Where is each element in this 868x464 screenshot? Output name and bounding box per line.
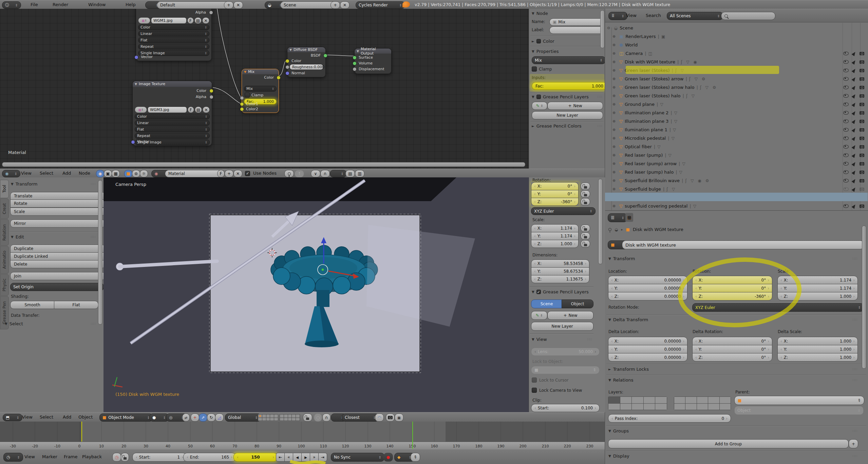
normal-input-socket[interactable] — [285, 71, 289, 75]
alpha-output-socket[interactable] — [209, 95, 213, 99]
fake-user-button[interactable]: F — [217, 170, 225, 177]
lens-field[interactable]: Lens:50.000 — [531, 348, 600, 356]
lock-to-object-field[interactable]: ■✎ — [531, 366, 600, 374]
color2-input-socket[interactable] — [240, 107, 244, 111]
groups-panel-header[interactable]: Groups — [613, 428, 629, 433]
transform-panel-header[interactable]: Transform — [16, 181, 38, 187]
properties-panel-header[interactable]: Properties — [536, 49, 559, 54]
fac-slider-highlighted[interactable]: Fac:1.000 — [532, 82, 607, 90]
render-restrict-icon[interactable] — [860, 77, 864, 81]
outliner-item-label[interactable]: Green laser (Stokes) arrow — [625, 76, 683, 81]
editor-type-properties-button[interactable]: ☰ — [608, 213, 627, 222]
copy-nodes-button[interactable]: ▤ — [345, 170, 355, 177]
lock-scale-x[interactable] — [581, 225, 590, 232]
scale-fields[interactable]: X:1.174 Y:1.174 Z:1.000 — [777, 276, 858, 301]
gp-scene-tab-active[interactable]: Scene — [531, 299, 562, 308]
selectable-icon[interactable] — [851, 153, 856, 158]
menu-playback[interactable]: Playback — [82, 454, 102, 459]
expand-icon[interactable]: ⊕ — [612, 77, 617, 81]
gp-object-tab[interactable]: Object — [562, 299, 593, 308]
expand-icon[interactable]: ⊕ — [612, 85, 617, 90]
render-restrict-icon[interactable] — [860, 60, 864, 64]
unlink-image-button[interactable]: ✕ — [203, 107, 210, 113]
expand-icon[interactable]: ⊕ — [612, 51, 617, 56]
color1-input-socket[interactable] — [240, 102, 244, 106]
set-origin-select[interactable]: Set Origin — [10, 283, 104, 291]
parent-object-field[interactable]: ■✎ — [734, 396, 864, 405]
snap-mode-select[interactable] — [330, 170, 347, 177]
outliner-search-menu[interactable]: Search — [646, 13, 661, 18]
tab-physics[interactable]: ∿ — [625, 213, 633, 222]
layers-widget-1[interactable] — [258, 414, 278, 421]
outliner-search-field[interactable] — [721, 12, 775, 20]
transform-locks-panel-header[interactable]: Transform Locks — [613, 367, 649, 372]
expand-icon[interactable]: ⊕ — [612, 111, 617, 115]
selectable-icon[interactable] — [851, 204, 856, 209]
outliner-row[interactable]: ⊕⊚World — [612, 41, 868, 49]
parent-type-select[interactable]: Object — [734, 406, 864, 415]
record-button[interactable]: ● — [383, 453, 393, 462]
transform-panel-header[interactable]: Transform — [613, 256, 635, 261]
render-opengl-button[interactable] — [386, 413, 395, 422]
render-restrict-icon[interactable] — [860, 188, 864, 191]
expand-icon[interactable]: ⊕ — [612, 94, 617, 98]
blend-type-select[interactable]: Mix — [244, 86, 277, 92]
outliner-display-mode-select[interactable]: All Scenes — [667, 12, 723, 20]
object-name-field[interactable]: Disk with WGM texture — [622, 240, 864, 249]
preview-range-lock-button[interactable] — [121, 453, 129, 462]
scale-button[interactable]: Scale — [10, 208, 105, 216]
outliner-item-label[interactable]: Red laser (pump) — [625, 153, 663, 158]
lock-rotation-y[interactable] — [581, 190, 590, 198]
menu-view[interactable]: View — [22, 414, 33, 420]
lock-to-scene-button[interactable] — [303, 413, 312, 422]
hide-icon[interactable] — [843, 204, 849, 208]
image-browse-button[interactable]: ▦⇕ — [138, 17, 150, 24]
eyedropper-icon[interactable]: ✎ — [856, 398, 862, 403]
rotation-mode-select[interactable]: XYZ Euler — [531, 207, 596, 215]
menu-render[interactable]: Render — [53, 2, 68, 7]
tree-type-shader-button[interactable]: ◉ — [96, 170, 104, 177]
hide-icon[interactable] — [843, 136, 849, 140]
outliner-row[interactable]: ⊕▽Illumination plane 3|▽ — [612, 117, 868, 125]
roughness-slider[interactable]: Roughness:0.000 — [289, 64, 323, 70]
outliner-item-label[interactable]: Scene — [620, 25, 633, 31]
selectable-icon[interactable] — [851, 59, 856, 65]
layout-close-button[interactable]: ✕ — [233, 1, 243, 9]
menu-object[interactable]: Object — [78, 414, 93, 420]
scene-close-button[interactable]: ✕ — [340, 1, 350, 9]
dimensions-fields[interactable]: X:58.53458 Y:58.67534 Z:1.13675 — [531, 259, 589, 283]
color-input-socket[interactable] — [285, 59, 289, 63]
expand-icon[interactable]: ⊖ — [607, 26, 612, 30]
render-restrict-icon[interactable] — [860, 137, 864, 140]
scene-selector[interactable]: Scene — [280, 1, 337, 9]
selectable-icon[interactable] — [851, 51, 856, 56]
delta-transform-panel-header[interactable]: Delta Transform — [613, 317, 648, 322]
outliner-item-label[interactable]: RenderLayers — [625, 34, 656, 39]
menu-add[interactable]: Add — [63, 414, 71, 420]
selectable-icon[interactable] — [851, 68, 856, 73]
selectable-icon[interactable] — [851, 127, 856, 133]
image-texture-node-2[interactable]: ▼Image Texture Color Alpha ▦⇕ WGM3.jpg F… — [132, 81, 212, 146]
rotation-fields-highlighted[interactable]: X:0° Y:0° Z:-360° — [531, 182, 579, 206]
selectable-icon[interactable] — [851, 178, 856, 183]
properties-scrollbar[interactable] — [862, 226, 866, 369]
gp-new-button[interactable]: +New — [547, 311, 593, 320]
mirror-button[interactable]: Mirror — [10, 219, 105, 228]
prev-keyframe-button[interactable]: « — [284, 453, 293, 462]
gp-checkbox[interactable] — [536, 95, 541, 99]
snap-node-button[interactable]: ∨ — [311, 170, 320, 177]
current-frame-line[interactable] — [412, 422, 413, 449]
scene-add-button[interactable]: + — [331, 1, 340, 9]
expand-icon[interactable]: ⊕ — [612, 136, 617, 140]
outliner-item-label[interactable]: Superfluid Brillouin wave — [625, 178, 680, 183]
lock-camera-checkbox[interactable] — [532, 388, 537, 393]
expand-icon[interactable]: ⊕ — [612, 119, 617, 123]
gp-new-button[interactable]: +New — [547, 102, 603, 110]
lock-rotation-x[interactable] — [581, 182, 590, 190]
menu-select[interactable]: Select — [40, 414, 53, 420]
clip-start-field[interactable]: Start:0.100 — [531, 404, 600, 412]
menu-select[interactable]: Select — [40, 171, 53, 176]
mix-node-selected[interactable]: ▼Mix Color Mix Clamp Fac:1.000 Color1 Co… — [242, 69, 279, 113]
render-restrict-icon[interactable] — [860, 128, 864, 132]
outliner-row[interactable]: ⊕▽Ground plane|▽ — [612, 100, 868, 109]
